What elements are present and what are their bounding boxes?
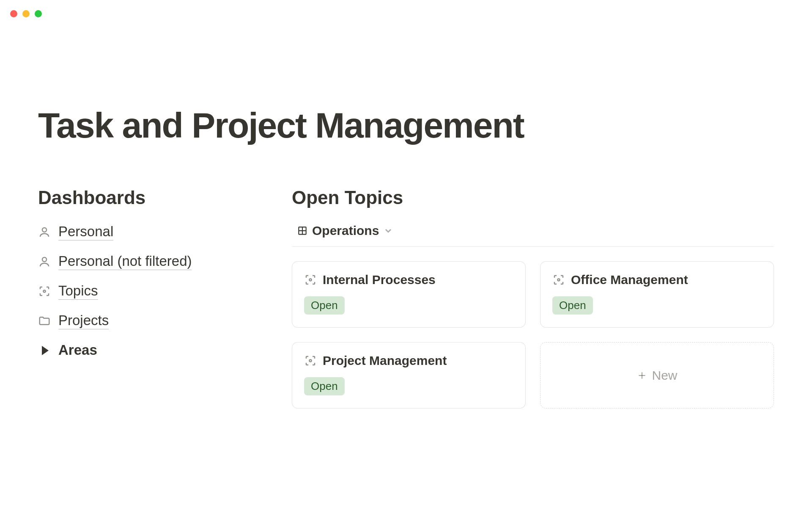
view-selector[interactable]: Operations	[292, 224, 774, 247]
sidebar-item-personal-unfiltered[interactable]: Personal (not filtered)	[38, 253, 266, 270]
disclosure-triangle-icon[interactable]	[38, 344, 51, 357]
topic-card[interactable]: Project Management Open	[292, 342, 526, 409]
sidebar-item-areas[interactable]: Areas	[38, 342, 266, 359]
new-card-label: New	[652, 368, 677, 383]
status-badge: Open	[304, 296, 345, 315]
sidebar-item-label: Topics	[58, 283, 98, 300]
chevron-down-icon	[383, 226, 393, 236]
open-topics-panel: Open Topics Operations Internal Proce	[292, 187, 774, 409]
card-title: Office Management	[571, 273, 688, 287]
svg-point-2	[44, 290, 46, 293]
card-title: Internal Processes	[323, 273, 436, 287]
maximize-window-icon[interactable]	[35, 10, 42, 17]
topic-card[interactable]: Internal Processes Open	[292, 261, 526, 328]
folder-icon	[38, 315, 51, 327]
scan-icon	[304, 354, 317, 367]
scan-icon	[38, 285, 51, 298]
person-icon	[38, 255, 51, 268]
page-title: Task and Project Management	[38, 106, 774, 145]
status-badge: Open	[552, 296, 593, 315]
scan-icon	[304, 273, 317, 286]
svg-point-0	[42, 228, 47, 232]
svg-point-6	[310, 279, 312, 281]
sidebar-item-projects[interactable]: Projects	[38, 312, 266, 329]
sidebar-item-personal[interactable]: Personal	[38, 224, 266, 240]
svg-point-1	[42, 257, 47, 262]
grid-icon	[297, 225, 308, 236]
status-badge: Open	[304, 377, 345, 395]
view-label: Operations	[312, 224, 379, 238]
open-topics-heading: Open Topics	[292, 187, 774, 208]
svg-point-8	[310, 360, 312, 362]
window-traffic-lights	[10, 10, 42, 17]
scan-icon	[552, 273, 565, 286]
dashboards-heading: Dashboards	[38, 187, 266, 208]
sidebar-item-topics[interactable]: Topics	[38, 283, 266, 300]
minimize-window-icon[interactable]	[22, 10, 30, 17]
sidebar-item-label: Personal	[58, 224, 113, 240]
new-card-button[interactable]: New	[540, 342, 774, 409]
topic-card[interactable]: Office Management Open	[540, 261, 774, 328]
plus-icon	[636, 370, 647, 381]
svg-point-7	[558, 279, 560, 281]
sidebar-item-label: Areas	[58, 342, 97, 359]
person-icon	[38, 226, 51, 238]
close-window-icon[interactable]	[10, 10, 17, 17]
dashboards-panel: Dashboards Personal Personal (not filter…	[38, 187, 266, 409]
card-title: Project Management	[323, 353, 447, 368]
sidebar-item-label: Projects	[58, 312, 109, 329]
sidebar-item-label: Personal (not filtered)	[58, 253, 192, 270]
